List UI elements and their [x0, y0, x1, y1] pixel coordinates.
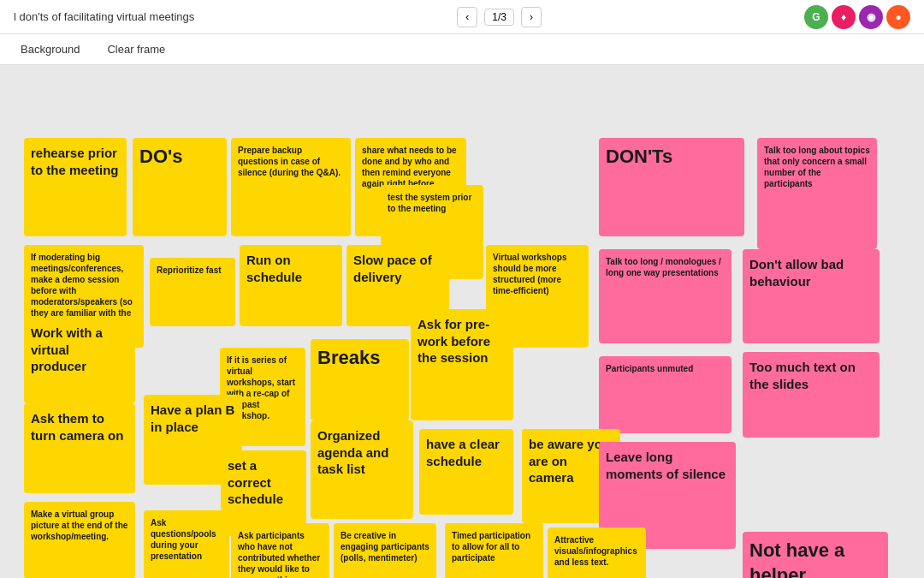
clear-frame-button[interactable]: Clear frame [100, 39, 172, 59]
sticky-virtual-group-picture[interactable]: Make a virtual group picture at the end … [24, 502, 135, 578]
sticky-talk-too-long-mono[interactable]: Talk too long / monologues / long one wa… [599, 249, 732, 343]
next-button[interactable]: › [521, 7, 542, 27]
avatar-4: ● [886, 5, 910, 29]
sticky-work-virtual-producer[interactable]: Work with a virtual producer [24, 318, 135, 403]
sticky-ask-questions-pools[interactable]: Ask questions/pools during your presenta… [144, 510, 229, 578]
sticky-ask-participants-contributed[interactable]: Ask participants who have not contribute… [231, 523, 329, 578]
sticky-dont-allow-bad[interactable]: Don't allow bad behaviour [743, 249, 880, 343]
nav-area: ‹ 1/3 › [457, 7, 542, 27]
sticky-ask-prework[interactable]: Ask for pre-work before the session [411, 309, 513, 420]
sticky-reprioritize[interactable]: Reprioritize fast [150, 258, 235, 326]
sticky-prepare-backup[interactable]: Prepare backup questions in case of sile… [231, 138, 351, 236]
sticky-donts[interactable]: DON'Ts [599, 138, 744, 236]
sticky-timed-participation[interactable]: Timed participation to allow for all to … [445, 523, 543, 578]
sticky-not-have-helper[interactable]: Not have a helper [743, 532, 888, 578]
toolbar: Background Clear frame [0, 34, 924, 65]
avatar-3: ◉ [859, 5, 883, 29]
top-bar: l don'ts of facilitating virtual meeting… [0, 0, 924, 34]
background-button[interactable]: Background [14, 39, 86, 59]
sticky-ask-turn-camera[interactable]: Ask them to turn camera on [24, 403, 135, 493]
sticky-breaks[interactable]: Breaks [311, 339, 409, 420]
sticky-attractive-visuals[interactable]: Attractive visuals/infographics and less… [548, 527, 646, 578]
page-indicator: 1/3 [484, 9, 514, 26]
sticky-organized-agenda[interactable]: Organized agenda and task list [311, 420, 413, 519]
canvas: rehearse prior to the meetingDO'sPrepare… [0, 65, 924, 578]
sticky-participants-unmuted[interactable]: Participants unmuted [599, 356, 732, 433]
title-area: l don'ts of facilitating virtual meeting… [14, 10, 194, 23]
sticky-be-creative[interactable]: Be creative in engaging participants (po… [334, 523, 436, 578]
prev-button[interactable]: ‹ [457, 7, 477, 27]
page-title: l don'ts of facilitating virtual meeting… [14, 10, 194, 23]
avatar-1: G [804, 5, 828, 29]
sticky-dos[interactable]: DO's [133, 138, 227, 236]
sticky-run-on-schedule[interactable]: Run on schedule [240, 245, 342, 326]
avatars-area: G ♦ ◉ ● [804, 5, 910, 29]
sticky-talk-too-long-topics[interactable]: Talk too long about topics that only con… [757, 138, 877, 249]
avatar-2: ♦ [832, 5, 856, 29]
sticky-rehearse[interactable]: rehearse prior to the meeting [24, 138, 127, 236]
sticky-too-much-text[interactable]: Too much text on the slides [743, 352, 880, 438]
sticky-have-clear-schedule[interactable]: have a clear schedule [419, 429, 513, 515]
